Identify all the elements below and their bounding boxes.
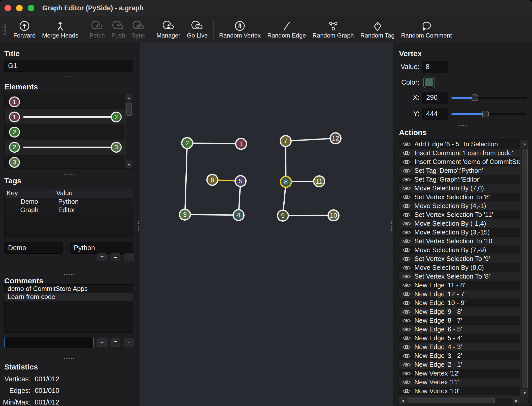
action-row[interactable]: New Edge '12 - 7' — [399, 290, 528, 298]
tag-key-cell[interactable]: Demo — [5, 197, 54, 206]
eye-icon[interactable] — [402, 177, 411, 182]
toolbar-button-random-graph[interactable]: Random Graph — [313, 20, 354, 39]
elements-scrollbar-thumb[interactable] — [126, 103, 132, 116]
tag-key-cell[interactable]: Graph — [5, 206, 54, 214]
graph-vertex-1[interactable]: 1 — [236, 139, 247, 149]
graph-edge-9-10[interactable] — [283, 215, 334, 216]
action-row[interactable]: New Edge '2 - 1' — [399, 360, 528, 369]
action-row[interactable]: Move Selection By (4,-1) — [399, 201, 528, 210]
tag-key-input[interactable] — [4, 242, 63, 254]
tag-row[interactable]: Graph Editor — [5, 206, 133, 214]
actions-horizontal-scrollbar[interactable]: ◀ ▶ — [399, 397, 520, 404]
splitter-handle[interactable] — [64, 76, 74, 78]
eye-icon[interactable] — [402, 142, 411, 147]
splitter-handle[interactable] — [64, 357, 74, 359]
graph-vertex-9[interactable]: 9 — [278, 210, 288, 221]
tag-row[interactable]: Demo Python — [5, 197, 133, 206]
toolbar-grip-handle[interactable] — [2, 24, 6, 35]
graph-vertex-10[interactable]: 10 — [328, 210, 339, 221]
column-divider[interactable] — [54, 189, 54, 197]
graph-edge-2-3[interactable] — [185, 143, 187, 215]
action-row[interactable]: Set Vertex Selection To '8' — [399, 272, 528, 281]
vertex-y-slider[interactable] — [451, 111, 527, 117]
graph-scene[interactable]: 123456789101112 — [140, 43, 393, 406]
graph-vertex-4[interactable]: 4 — [233, 210, 244, 221]
eye-icon[interactable] — [402, 353, 411, 359]
eye-icon[interactable] — [402, 168, 411, 174]
action-row[interactable]: New Edge '4 - 3' — [399, 343, 528, 351]
tag-value-input[interactable] — [70, 242, 133, 254]
action-row[interactable]: New Edge '6 - 5' — [399, 325, 528, 334]
scroll-up-arrow-icon[interactable]: ▲ — [126, 94, 132, 101]
scroll-left-arrow-icon[interactable]: ◀ — [400, 398, 406, 403]
splitter-handle[interactable] — [64, 274, 74, 275]
scroll-right-arrow-icon[interactable]: ▶ — [513, 398, 520, 403]
right-splitter-handle[interactable] — [391, 221, 392, 231]
graph-vertex-11[interactable]: 11 — [314, 176, 325, 187]
graph-vertex-5[interactable]: 5 — [235, 176, 246, 187]
action-row[interactable]: Move Selection By (7,-9) — [399, 246, 528, 254]
scroll-down-arrow-icon[interactable]: ▼ — [521, 389, 528, 397]
action-row[interactable]: Move Selection By (7,0) — [399, 184, 528, 193]
scroll-up-arrow-icon[interactable]: ▲ — [521, 140, 528, 148]
vertex-x-slider[interactable] — [451, 94, 527, 101]
eye-icon[interactable] — [402, 239, 411, 244]
eye-icon[interactable] — [402, 274, 411, 279]
graph-vertex-12[interactable]: 12 — [330, 133, 341, 144]
vertex-y-slider-handle[interactable] — [482, 111, 489, 117]
action-row[interactable]: Set Vertex Selection To '8' — [399, 193, 528, 201]
action-row[interactable]: New Edge '5 - 4' — [399, 334, 528, 343]
action-row[interactable]: Insert Comment 'Learn from code' — [399, 149, 528, 157]
vertex-x-input[interactable] — [422, 92, 448, 104]
eye-icon[interactable] — [402, 362, 411, 367]
eye-icon[interactable] — [402, 300, 411, 306]
zoom-window-button[interactable] — [28, 5, 34, 11]
eye-icon[interactable] — [402, 256, 411, 262]
toolbar-button-random-tag[interactable]: Random Tag — [360, 20, 395, 39]
tag-value-cell[interactable]: Python — [54, 197, 79, 206]
eye-icon[interactable] — [402, 309, 411, 315]
actions-scrollbar-thumb[interactable] — [522, 149, 528, 388]
graph-vertex-8[interactable]: 8 — [281, 177, 291, 187]
action-row[interactable]: Insert Comment 'demo of CommitStore Apps… — [399, 157, 528, 166]
toolbar-button-random-comment[interactable]: Random Comment — [401, 20, 452, 39]
comment-remove-button[interactable]: - — [124, 339, 134, 347]
comment-row[interactable]: demo of CommitStore Apps — [5, 285, 133, 293]
action-row[interactable]: Set Tag 'Demo':'Python' — [399, 166, 528, 175]
toolbar-button-random-vertex[interactable]: Random Vertex — [219, 20, 261, 39]
graph-edge-3-4[interactable] — [185, 215, 239, 215]
eye-icon[interactable] — [402, 318, 411, 323]
eye-icon[interactable] — [402, 186, 411, 191]
tags-table-header[interactable]: Key Value — [5, 189, 133, 197]
eye-icon[interactable] — [402, 265, 411, 270]
eye-icon[interactable] — [402, 194, 411, 200]
minimize-window-button[interactable] — [16, 5, 23, 11]
left-splitter-handle[interactable] — [138, 221, 139, 231]
element-row-edge[interactable]: 23 — [5, 140, 133, 155]
eye-icon[interactable] — [402, 327, 411, 332]
graph-vertex-6[interactable]: 6 — [207, 175, 218, 185]
element-row-vertex[interactable]: 3 — [5, 155, 133, 168]
graph-vertex-3[interactable]: 3 — [180, 209, 190, 220]
elements-list[interactable]: 1122233 — [4, 94, 133, 168]
action-row[interactable]: New Edge '3 - 2' — [399, 351, 528, 360]
eye-icon[interactable] — [402, 371, 411, 376]
action-row[interactable]: New Edge '8 - 7' — [399, 316, 528, 325]
eye-icon[interactable] — [402, 159, 411, 165]
comment-set-button[interactable]: = — [111, 339, 120, 347]
vertex-color-swatch[interactable] — [423, 77, 435, 88]
actions-list[interactable]: Add Edge '6 - 5' To Selection Insert Com… — [399, 140, 529, 404]
action-row[interactable]: New Vertex '12' — [399, 369, 528, 378]
comment-input[interactable] — [4, 337, 94, 348]
action-row[interactable]: New Vertex '11' — [399, 378, 528, 387]
toolbar-button-forward[interactable]: Forward — [13, 20, 36, 39]
action-row[interactable]: New Edge '10 - 9' — [399, 298, 528, 307]
eye-icon[interactable] — [402, 291, 411, 297]
eye-icon[interactable] — [402, 283, 411, 288]
action-row[interactable]: Move Selection By (-1,4) — [399, 219, 528, 228]
action-row[interactable]: Set Vertex Selection To '11' — [399, 210, 528, 219]
graph-canvas[interactable]: 123456789101112 — [140, 43, 393, 406]
vertex-y-input[interactable] — [422, 108, 448, 120]
action-row[interactable]: Move Selection By (3,-15) — [399, 228, 528, 237]
toolbar-button-manager[interactable]: Manager — [156, 20, 180, 39]
